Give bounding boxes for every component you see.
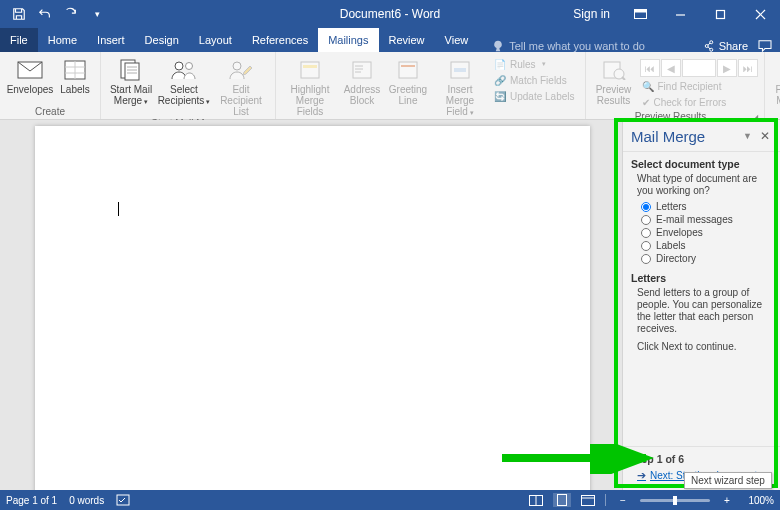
record-number bbox=[682, 59, 716, 77]
edit-list-icon bbox=[226, 57, 256, 83]
arrow-right-icon: ➔ bbox=[637, 469, 646, 482]
greeting-icon bbox=[393, 57, 423, 83]
highlight-fields-button: Highlight Merge Fields bbox=[282, 54, 338, 118]
continue-hint: Click Next to continue. bbox=[637, 341, 772, 353]
tab-insert[interactable]: Insert bbox=[87, 28, 135, 52]
close-icon[interactable] bbox=[740, 0, 780, 28]
envelope-icon bbox=[15, 57, 45, 83]
update-labels-button: 🔄Update Labels bbox=[490, 88, 579, 104]
match-fields-button: 🔗Match Fields bbox=[490, 72, 579, 88]
print-layout-icon[interactable] bbox=[553, 493, 571, 507]
svg-point-15 bbox=[233, 62, 241, 70]
finish-merge-button: Finish & Merge▾ bbox=[771, 54, 781, 107]
undo-icon[interactable] bbox=[34, 3, 56, 25]
greeting-line-button: Greeting Line bbox=[386, 54, 430, 118]
section-question: What type of document are you working on… bbox=[637, 173, 772, 197]
proofing-icon[interactable] bbox=[116, 494, 130, 506]
zoom-slider[interactable] bbox=[640, 499, 710, 502]
doctype-option-e-mail-messages[interactable]: E-mail messages bbox=[641, 214, 772, 225]
step-label: Step 1 of 6 bbox=[631, 453, 772, 465]
page-indicator[interactable]: Page 1 of 1 bbox=[6, 495, 57, 506]
workspace: Mail Merge ▼ ✕ Select document type What… bbox=[0, 120, 780, 490]
document-page[interactable] bbox=[35, 126, 590, 490]
title-bar: ▾ Document6 - Word Sign in bbox=[0, 0, 780, 28]
check-errors-button: ✔Check for Errors bbox=[638, 94, 758, 110]
next-step-tooltip: Next wizard step bbox=[684, 472, 772, 489]
section-title: Select document type bbox=[631, 158, 772, 170]
status-bar: Page 1 of 1 0 words − + 100% bbox=[0, 490, 780, 510]
prev-record-icon: ◀ bbox=[661, 59, 681, 77]
text-cursor bbox=[118, 202, 119, 216]
quick-access-toolbar: ▾ bbox=[0, 3, 108, 25]
tab-references[interactable]: References bbox=[242, 28, 318, 52]
svg-rect-21 bbox=[454, 68, 466, 72]
document-area[interactable] bbox=[0, 120, 622, 490]
rules-icon: 📄 bbox=[494, 59, 506, 70]
qat-customize-icon[interactable]: ▾ bbox=[86, 3, 108, 25]
svg-rect-3 bbox=[716, 10, 724, 18]
group-create-label: Create bbox=[6, 105, 94, 119]
comments-icon[interactable] bbox=[758, 40, 772, 52]
taskpane-title: Mail Merge bbox=[631, 128, 705, 145]
doctype-option-directory[interactable]: Directory bbox=[641, 253, 772, 264]
document-title: Document6 - Word bbox=[340, 7, 440, 21]
redo-icon[interactable] bbox=[60, 3, 82, 25]
start-mail-merge-button[interactable]: Start Mail Merge▾ bbox=[107, 54, 155, 117]
titlebar-right: Sign in bbox=[563, 0, 780, 28]
envelopes-button[interactable]: Envelopes bbox=[6, 54, 54, 105]
svg-rect-16 bbox=[301, 62, 319, 78]
ribbon-display-options-icon[interactable] bbox=[620, 0, 660, 28]
update-icon: 🔄 bbox=[494, 91, 506, 102]
address-block-button: Address Block bbox=[340, 54, 384, 118]
zoom-level[interactable]: 100% bbox=[744, 495, 774, 506]
read-mode-icon[interactable] bbox=[527, 493, 545, 507]
tab-review[interactable]: Review bbox=[379, 28, 435, 52]
taskpane-close-icon[interactable]: ✕ bbox=[758, 127, 772, 145]
share-button[interactable]: Share bbox=[703, 40, 748, 52]
start-merge-icon bbox=[116, 57, 146, 83]
svg-rect-19 bbox=[399, 62, 417, 78]
tab-file[interactable]: File bbox=[0, 28, 38, 52]
highlight-icon bbox=[295, 57, 325, 83]
rules-button: 📄Rules▾ bbox=[490, 56, 579, 72]
doctype-option-labels[interactable]: Labels bbox=[641, 240, 772, 251]
tab-view[interactable]: View bbox=[435, 28, 479, 52]
doctype-option-envelopes[interactable]: Envelopes bbox=[641, 227, 772, 238]
save-icon[interactable] bbox=[8, 3, 30, 25]
letters-title: Letters bbox=[631, 272, 772, 284]
tab-layout[interactable]: Layout bbox=[189, 28, 242, 52]
ribbon-tabs: File HomeInsertDesignLayoutReferencesMai… bbox=[0, 28, 780, 52]
sign-in-button[interactable]: Sign in bbox=[563, 0, 620, 28]
zoom-in-icon[interactable]: + bbox=[718, 493, 736, 507]
select-recipients-button[interactable]: Select Recipients▾ bbox=[157, 54, 211, 117]
svg-rect-32 bbox=[582, 495, 595, 505]
svg-rect-1 bbox=[634, 9, 646, 12]
group-write-insert: Highlight Merge Fields Address Block Gre… bbox=[276, 52, 586, 119]
edit-recipient-list-button: Edit Recipient List bbox=[213, 54, 269, 117]
tab-home[interactable]: Home bbox=[38, 28, 87, 52]
tab-mailings[interactable]: Mailings bbox=[318, 28, 378, 52]
next-record-icon: ▶ bbox=[717, 59, 737, 77]
group-create: Envelopes Labels Create bbox=[0, 52, 101, 119]
web-layout-icon[interactable] bbox=[579, 493, 597, 507]
zoom-out-icon[interactable]: − bbox=[614, 493, 632, 507]
maximize-icon[interactable] bbox=[700, 0, 740, 28]
tab-design[interactable]: Design bbox=[135, 28, 189, 52]
share-label: Share bbox=[719, 40, 748, 52]
address-icon bbox=[347, 57, 377, 83]
last-record-icon: ⏭ bbox=[738, 59, 758, 77]
insert-field-icon bbox=[445, 57, 475, 83]
check-icon: ✔ bbox=[642, 97, 650, 108]
tell-me-search[interactable]: Tell me what you want to do bbox=[492, 40, 645, 52]
labels-button[interactable]: Labels bbox=[56, 54, 94, 105]
word-count[interactable]: 0 words bbox=[69, 495, 104, 506]
taskpane-options-icon[interactable]: ▼ bbox=[743, 131, 752, 141]
match-icon: 🔗 bbox=[494, 75, 506, 86]
svg-rect-18 bbox=[353, 62, 371, 78]
record-nav: ⏮ ◀ ▶ ⏭ bbox=[638, 56, 758, 77]
group-finish-label: Finish bbox=[771, 107, 781, 121]
letters-description: Send letters to a group of people. You c… bbox=[637, 287, 772, 335]
tell-me-label: Tell me what you want to do bbox=[509, 40, 645, 52]
doctype-option-letters[interactable]: Letters bbox=[641, 201, 772, 212]
minimize-icon[interactable] bbox=[660, 0, 700, 28]
